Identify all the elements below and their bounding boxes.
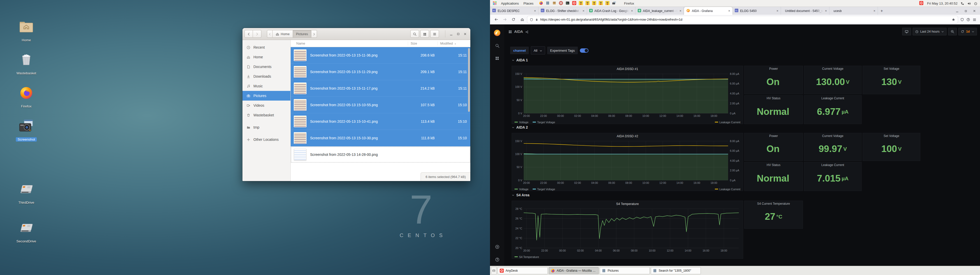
tab-close-icon[interactable]: × — [776, 9, 778, 13]
hamburger-menu-icon[interactable] — [973, 17, 977, 22]
stat-panel-title[interactable]: Power — [745, 133, 803, 139]
column-header-size[interactable]: Size — [408, 41, 438, 45]
sidebar-item-pictures[interactable]: Pictures — [242, 91, 290, 101]
file-row[interactable]: Screenshot from 2022-05-13 15-11-17.png2… — [291, 80, 470, 97]
tab-elog-shifter-checklist-2[interactable]: ELELOG - Shifter checklist 2× — [538, 7, 587, 15]
legend-item-s4-temperature[interactable]: S4 Temperature — [514, 255, 539, 258]
package-launcher-icon[interactable] — [552, 1, 557, 6]
stat-panel-title[interactable]: Set Voltage — [863, 66, 920, 71]
places-menu[interactable]: Places — [522, 2, 535, 5]
midas-launcher-icon[interactable]: M — [605, 1, 610, 6]
tab-close-icon[interactable]: × — [679, 9, 681, 13]
midas-launcher-icon[interactable]: M — [592, 1, 597, 6]
sidebar-item-documents[interactable]: Documents — [242, 62, 290, 71]
file-row[interactable]: Screenshot from 2022-05-13 15-11-29.png2… — [291, 64, 470, 80]
scrollbar[interactable] — [468, 48, 470, 145]
desktop-icon-home[interactable]: Home — [10, 16, 43, 42]
legend-item-voltage[interactable]: Voltage — [514, 188, 528, 191]
dashboard-title[interactable]: AIDA — [514, 30, 523, 33]
sidebar-item-videos[interactable]: Videos — [242, 101, 290, 110]
stat-panel-title[interactable]: Leakage Current — [804, 95, 861, 101]
path-pictures-button[interactable]: Pictures — [293, 30, 311, 38]
taskbar-item-anydesk[interactable]: AnyDesk — [498, 267, 548, 274]
row-header-s4-area[interactable]: S4 Area — [512, 193, 530, 197]
tab-close-icon[interactable]: × — [825, 9, 827, 13]
sidebar-item-tmp[interactable]: tmp — [242, 122, 290, 132]
home-button[interactable] — [519, 16, 526, 23]
row-header-aida-1[interactable]: AIDA 1 — [512, 58, 528, 62]
taskbar-item-pictures[interactable]: Pictures — [600, 267, 650, 274]
forward-button[interactable] — [253, 30, 261, 38]
back-button[interactable] — [245, 30, 253, 38]
file-row[interactable]: Screenshot from 2022-05-13 15-10-41.png1… — [291, 113, 470, 130]
stat-panel-title[interactable]: S4 Current Temperature — [745, 201, 803, 207]
sidebar-item-recent[interactable]: Recent — [242, 43, 290, 52]
tab-close-icon[interactable]: × — [873, 9, 875, 13]
search-button[interactable] — [410, 30, 419, 38]
stat-panel-title[interactable]: Current Voltage — [804, 66, 861, 71]
taskbar-item-aida-grafana-mozilla-firefox[interactable]: AIDA - Grafana — Mozilla Firefox — [549, 267, 599, 274]
grafana-logo[interactable] — [490, 27, 504, 39]
zoom-out-button[interactable] — [948, 28, 957, 35]
desktop-icon-wastebasket[interactable]: Wastebasket — [10, 49, 43, 75]
graph-panel-title[interactable]: AIDA DSSD #1 — [512, 66, 743, 72]
url-text[interactable]: https://despec-vm-01.gsi.de/grafana/d/6S… — [540, 18, 950, 21]
row-header-aida-2[interactable]: AIDA 2 — [512, 125, 528, 130]
url-bar[interactable]: https://despec-vm-01.gsi.de/grafana/d/6S… — [527, 16, 958, 23]
column-header-modified[interactable]: Modified — [438, 41, 470, 45]
stat-panel-title[interactable]: HV Status — [745, 95, 803, 101]
network-icon[interactable] — [961, 1, 964, 5]
volume-icon[interactable] — [967, 1, 971, 5]
screenshot-launcher-icon[interactable] — [612, 1, 617, 6]
taskbar-item-search-for-1305-1800-[interactable]: Search for "1305_1800" — [651, 267, 701, 274]
legend-item-target-voltage[interactable]: Target Voltage — [533, 188, 555, 191]
tab-untitled-document-s450-s[interactable]: Untitled document - S450_s× — [781, 7, 829, 15]
file-row[interactable]: Screenshot from 2022-05-13 15-10-30.png1… — [291, 130, 470, 146]
stat-panel-title[interactable]: Power — [745, 66, 803, 71]
legend-item-target-voltage[interactable]: Target Voltage — [533, 121, 555, 124]
anydesk-tray-icon[interactable] — [919, 1, 924, 6]
tab-close-icon[interactable]: × — [534, 9, 536, 13]
help-icon[interactable] — [490, 253, 504, 266]
midas-launcher-icon[interactable]: M — [585, 1, 590, 6]
graph-panel-title[interactable]: S4 Temperature — [512, 201, 743, 207]
sidebar-item-other-locations[interactable]: Other Locations — [242, 135, 290, 144]
applications-menu[interactable]: Applications — [500, 2, 520, 5]
tab-close-icon[interactable]: × — [728, 9, 730, 13]
file-row[interactable]: Screenshot from 2022-05-13 15-11-36.png2… — [291, 47, 470, 64]
path-scroll-left-button[interactable] — [267, 30, 272, 38]
show-desktop-button[interactable] — [491, 267, 496, 275]
tab-aida-leakage-current-g[interactable]: AIDA_leakage_current - G× — [635, 7, 684, 15]
sidebar-item-wastebasket[interactable]: Wastebasket — [242, 110, 290, 120]
tab-aida-grafana[interactable]: AIDA - Grafana× — [684, 7, 732, 15]
stat-panel-title[interactable]: HV Status — [745, 162, 803, 168]
column-header-name[interactable]: Name — [291, 41, 408, 45]
midas-launcher-icon[interactable]: M — [579, 1, 584, 6]
back-button[interactable] — [493, 16, 500, 23]
reload-button[interactable] — [510, 16, 517, 23]
desktop-icon-firefox[interactable]: Firefox — [10, 82, 43, 109]
time-range-picker[interactable]: Last 24 hours — [913, 28, 947, 35]
desktop-icon-thirddrive[interactable]: ThirdDrive — [10, 178, 43, 205]
experiment-tags-toggle[interactable] — [580, 48, 589, 53]
sidebar-item-home[interactable]: Home — [242, 52, 290, 62]
dashboards-icon[interactable] — [490, 52, 504, 65]
lock-icon[interactable] — [535, 18, 538, 21]
stat-panel-title[interactable]: Leakage Current — [804, 162, 861, 168]
tab-close-icon[interactable]: × — [582, 9, 584, 13]
kiosk-mode-button[interactable] — [902, 28, 911, 35]
stat-panel-title[interactable]: Set Voltage — [863, 133, 920, 139]
maximize-button[interactable] — [457, 32, 460, 36]
power-icon[interactable] — [974, 1, 977, 5]
desktop-icon-screenshot[interactable]: Screenshot — [10, 115, 43, 142]
file-manager-launcher-icon[interactable] — [546, 1, 550, 6]
close-button[interactable] — [973, 9, 976, 13]
desktop-icon-seconddrive[interactable]: SecondDrive — [10, 217, 43, 243]
tab-elog-s450[interactable]: ELELOG S450× — [732, 7, 781, 15]
variable-value-dropdown[interactable]: All — [531, 46, 545, 54]
share-icon[interactable] — [525, 30, 528, 33]
minimize-button[interactable] — [449, 32, 453, 36]
firefox-launcher-icon[interactable] — [539, 1, 544, 6]
clock[interactable]: Fri May 13, 20:40:52 — [927, 2, 958, 5]
tab-ucesb[interactable]: ucesb× — [829, 7, 878, 15]
